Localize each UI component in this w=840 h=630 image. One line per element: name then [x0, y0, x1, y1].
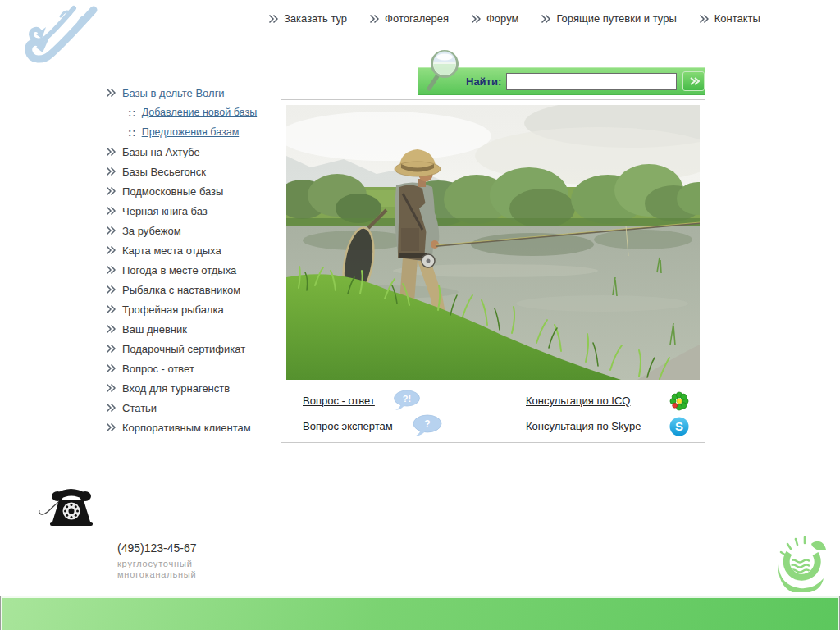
quick-link-ask-experts[interactable]: Вопрос экспертам ? — [303, 413, 526, 439]
skype-consult-link[interactable]: Консультация по Skype — [526, 420, 641, 432]
sidebar-label: Корпоративным клиентам — [122, 422, 251, 434]
sidebar-item-rest-place-map[interactable]: Карта места отдыха — [105, 240, 257, 260]
sidebar-subitem-add-new-base[interactable]: :: Добавление новой базы — [105, 103, 257, 122]
double-chevron-icon — [105, 344, 116, 354]
question-bubble-icon: ? — [411, 414, 442, 438]
double-chevron-icon — [470, 14, 481, 24]
sidebar-label: Черная книга баз — [122, 205, 208, 217]
sidebar-label: Вопрос - ответ — [122, 363, 194, 375]
nav-label: Горящие путевки и туры — [556, 12, 676, 25]
sidebar-label: Подмосковные базы — [122, 185, 223, 198]
double-chevron-icon — [105, 304, 116, 314]
double-chevron-icon — [105, 363, 116, 373]
double-chevron-icon — [105, 265, 116, 275]
question-exclamation-bubble-icon: ?! — [393, 390, 421, 412]
sidebar-label: Базы Весьегонск — [122, 166, 206, 178]
sidebar-item-abroad[interactable]: За рубежом — [105, 221, 257, 240]
sidebar-item-vesyegonsk-bases[interactable]: Базы Весьегонск — [105, 162, 257, 181]
sidebar-subitem-offers-to-bases[interactable]: :: Предложения базам — [105, 122, 257, 142]
sidebar-item-trophy-fishing[interactable]: Трофейная рыбалка — [105, 299, 257, 319]
nav-label: Контакты — [714, 12, 760, 25]
search-label: Найти: — [466, 75, 501, 88]
sidebar-label: Ваш дневник — [122, 323, 187, 336]
rotary-phone-icon — [36, 481, 103, 536]
nav-item-contacts[interactable]: Контакты — [698, 12, 760, 25]
sidebar-item-articles[interactable]: Статьи — [105, 398, 257, 418]
double-chevron-icon — [105, 383, 116, 393]
phone-note: круглосуточный многоканальный — [117, 559, 196, 580]
icq-flower-icon — [669, 390, 690, 412]
double-chevron-icon — [267, 14, 278, 24]
double-chevron-right-icon — [688, 76, 700, 86]
skype-icon: S — [669, 416, 690, 437]
sidebar-label: Вход для турнагенств — [122, 382, 230, 395]
search-bar: Найти: — [418, 67, 705, 95]
sidebar-label: Рыбалка с наставником — [122, 284, 240, 296]
magnifier-icon — [423, 49, 461, 97]
top-navigation: Заказать тур Фотогалерея Форум Горящие п… — [267, 12, 760, 25]
double-chevron-icon — [368, 14, 379, 24]
double-chevron-icon — [698, 14, 709, 24]
sidebar-label: Подарочный сертификат — [122, 343, 245, 355]
skype-letter: S — [675, 419, 683, 433]
double-chevron-icon — [105, 186, 116, 196]
quick-link-icq-consult[interactable]: Консультация по ICQ — [526, 388, 690, 413]
sidebar-label: Базы на Ахтубе — [122, 146, 200, 158]
double-chevron-icon — [105, 226, 116, 235]
phone-number: (495)123-45-67 — [117, 541, 197, 555]
bubble-text: ?! — [403, 394, 411, 404]
sidebar-item-moscow-region-bases[interactable]: Подмосковные базы — [105, 181, 257, 201]
sidebar-item-black-book[interactable]: Черная книга баз — [105, 201, 257, 221]
double-chevron-icon — [540, 14, 550, 24]
nav-label: Заказать тур — [284, 12, 347, 25]
sidebar-sublink[interactable]: Предложения базам — [142, 126, 240, 138]
nav-item-order-tour[interactable]: Заказать тур — [267, 12, 347, 25]
sidebar-label: Погода в месте отдыха — [122, 264, 236, 276]
sidebar-item-fishing-with-mentor[interactable]: Рыбалка с наставником — [105, 280, 257, 299]
double-chevron-icon — [105, 147, 116, 157]
sub-bullet: :: — [128, 126, 137, 139]
sidebar-item-volga-delta-bases[interactable]: Базы в дельте Волги — [105, 83, 257, 103]
nav-item-hot-tours[interactable]: Горящие путевки и туры — [540, 12, 676, 25]
nav-label: Форум — [486, 12, 519, 25]
sidebar-link[interactable]: Базы в дельте Волги — [122, 87, 225, 99]
search-input[interactable] — [506, 73, 677, 90]
sidebar-label: За рубежом — [122, 225, 181, 237]
phone-note-line2: многоканальный — [117, 569, 196, 580]
sidebar-item-question-answer[interactable]: Вопрос - ответ — [105, 358, 257, 378]
main-content-box: Вопрос - ответ ?! Консультация по ICQ — [281, 99, 705, 443]
double-chevron-icon — [105, 324, 116, 334]
nav-item-forum[interactable]: Форум — [470, 12, 519, 25]
double-chevron-icon — [105, 245, 116, 255]
sidebar-menu: Базы в дельте Волги :: Добавление новой … — [105, 83, 257, 437]
sidebar-label: Статьи — [122, 402, 157, 414]
ask-experts-link[interactable]: Вопрос экспертам — [303, 420, 393, 432]
fishing-hooks-icon — [7, 3, 98, 77]
nav-label: Фотогалерея — [385, 12, 449, 25]
sidebar-sublink[interactable]: Добавление новой базы — [142, 107, 257, 118]
double-chevron-icon — [105, 403, 116, 413]
icq-consult-link[interactable]: Консультация по ICQ — [526, 395, 630, 407]
double-chevron-icon — [105, 422, 116, 432]
sidebar-item-tour-agents-login[interactable]: Вход для турнагенств — [105, 378, 257, 398]
search-submit-button[interactable] — [682, 71, 705, 91]
footer-bar — [0, 596, 840, 630]
quick-links: Вопрос - ответ ?! Консультация по ICQ — [281, 380, 705, 439]
quick-link-skype-consult[interactable]: Консультация по Skype S — [526, 413, 690, 439]
sidebar-item-rest-place-weather[interactable]: Погода в месте отдыха — [105, 260, 257, 280]
brand-logo-hooks[interactable] — [7, 3, 98, 80]
sidebar-item-your-diary[interactable]: Ваш дневник — [105, 319, 257, 339]
sun-waves-leaf-emblem-icon — [772, 533, 828, 596]
sidebar-item-gift-certificate[interactable]: Подарочный сертификат — [105, 339, 257, 358]
double-chevron-icon — [105, 285, 116, 294]
sidebar-item-akhtuba-bases[interactable]: Базы на Ахтубе — [105, 142, 257, 162]
question-answer-link[interactable]: Вопрос - ответ — [303, 395, 375, 407]
double-chevron-icon — [105, 167, 116, 176]
quick-link-question-answer[interactable]: Вопрос - ответ ?! — [303, 388, 526, 413]
double-chevron-icon — [105, 88, 116, 98]
sidebar-item-corporate-clients[interactable]: Корпоративным клиентам — [105, 418, 257, 437]
bubble-text: ? — [424, 418, 430, 430]
sub-bullet: :: — [128, 107, 137, 119]
nav-item-photo-gallery[interactable]: Фотогалерея — [368, 12, 449, 25]
sidebar-label: Карта места отдыха — [122, 244, 221, 257]
